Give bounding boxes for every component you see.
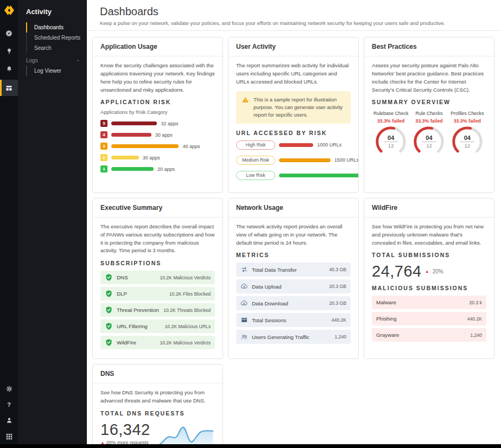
warning-icon [242,96,249,119]
subscription-value: 10.2K Threats Blocked [163,308,211,313]
risk-bar-label: 30 apps [155,132,173,138]
total-submissions-delta: 20% [433,268,443,274]
malicious-name: Phishing [376,316,397,322]
risk-pill: Medium Risk [236,156,275,165]
page-subtitle: Keep a pulse on your network, validate y… [100,20,488,26]
dashboard-cards-grid: Application Usage Know the security chal… [87,31,501,448]
gauge-denominator: 12 [465,142,471,149]
malicious-submission-row: Phishing 440.2K [372,312,486,325]
card-description: The executive report describes the overa… [100,223,215,255]
gauge-label: Rule Checks [410,111,448,116]
apps-grid-icon[interactable] [5,433,13,440]
url-bar [279,174,359,177]
panel-title: Activity [18,7,87,22]
bell-icon[interactable] [0,62,18,76]
subscription-name: URL Filtering [117,323,148,329]
risk-badge: 1 [100,165,107,172]
gauge-denominator: 12 [426,142,432,149]
section-heading: TOTAL SUBMISSIONS [372,252,486,258]
palo-alto-logo-icon[interactable] [2,3,16,17]
help-icon[interactable]: ? [7,401,11,408]
section-heading: METRICS [236,252,351,258]
sidebar-item-search[interactable]: Search [26,43,87,53]
risk-badge: 2 [100,154,107,161]
card-header: Application Usage [93,37,223,56]
users-icon [240,333,248,341]
gauge-failed-pct: 33.3% failed [410,118,448,124]
malicious-value: 440.2K [467,316,482,322]
card-title: User Activity [236,43,351,50]
card-wildfire[interactable]: WildFire See how WildFire is protecting … [364,198,494,359]
transfer-arrows-icon [240,266,248,273]
user-icon[interactable] [5,417,13,424]
card-dns[interactable]: DNS See how DNS Security is protecting y… [92,364,223,448]
malicious-submission-row: Malware 20.3 k [372,296,486,309]
total-submissions-value: 24,764 [372,263,422,280]
shield-check-icon [105,338,113,347]
metric-name: Data Download [252,300,288,306]
risk-badge: 4 [100,131,107,138]
risk-pill: Low Risk [236,171,275,180]
compass-icon[interactable] [0,26,18,40]
risk-bar [111,167,154,171]
risk-badge: 5 [100,120,107,127]
risk-bar [111,121,157,125]
url-risk-row: Medium Risk 1500 URLs [236,156,351,165]
metric-name: Data Upload [252,284,281,290]
subscription-value: 10.2K Malicious URLs [164,324,211,329]
bottom-bar [0,444,501,448]
sidebar-item-log-viewer[interactable]: Log Viewer [26,66,87,76]
card-header: Network Usage [229,199,358,217]
card-header: DNS [93,364,223,383]
subscription-row: DNS 10.2K Malicious Verdicts [100,271,215,284]
gauge-failed-pct: 33.3% failed [372,118,410,124]
metric-value: 440.2K [332,317,346,323]
card-title: Best Practices [372,43,486,50]
metric-value: 20.3 GB [329,300,346,306]
sessions-icon [240,316,248,324]
metric-row: Total Sessions 440.2K [236,313,351,327]
risk-bar-label: 32 apps [161,121,178,126]
url-bar [279,158,331,162]
gauge-label: Rulebase Check [372,111,410,116]
sidebar-item-scheduled-reports[interactable]: Scheduled Reports [26,33,87,43]
card-best-practices[interactable]: Best Practices Assess your security post… [364,37,494,193]
gauge-denominator: 12 [388,142,394,149]
total-dns-requests-value: 16,342 [100,421,152,439]
card-title: Executive Summary [100,204,215,212]
malicious-value: 20.3 k [470,300,482,305]
card-executive-summary[interactable]: Executive Summary The executive report d… [92,198,223,359]
card-description: The network activity report provides an … [236,223,351,247]
malicious-name: Malware [376,299,396,305]
card-user-activity[interactable]: User Activity The report summarizes web … [228,37,359,193]
page-title: Dashboards [100,5,488,18]
gear-icon[interactable] [5,385,13,393]
sidebar-item-dashboards[interactable]: Dashboards [26,22,87,33]
lightbulb-icon[interactable] [0,44,18,58]
chevron-up-icon [75,58,80,63]
url-risk-row: High Risk 1000 URLs [236,140,351,150]
metric-row: Data Upload 20.3 GB [236,279,351,293]
subscription-name: Threat Prevention [117,307,159,313]
icon-rail: ? [0,0,18,448]
sidebar-section-logs[interactable]: Logs [18,53,87,66]
gauge-rulebase-check: Rulebase Check 33.3% failed 04 12 [372,111,410,158]
risk-bar [111,156,139,159]
main-content: Dashboards Keep a pulse on your network,… [87,0,501,448]
dashboards-icon[interactable] [0,80,18,96]
activity-panel: Activity Dashboards Scheduled Reports Se… [18,0,87,448]
app-risk-row: 1 20 apps [100,165,215,172]
malicious-name: Grayware [376,332,399,338]
section-heading: SUMMARY OVERVIEW [372,99,486,105]
malicious-submission-row: Grayware 1,240 [372,328,486,342]
card-description: Know the security challenges associated … [100,62,215,94]
app-risk-row: 4 30 apps [100,131,215,138]
card-network-usage[interactable]: Network Usage The network activity repor… [228,198,359,359]
card-header: Best Practices [364,37,494,56]
metric-name: Users Generating Traffic [252,334,309,340]
metric-value: 20.3 GB [329,284,346,289]
gauge-numerator: 04 [422,135,436,142]
subscription-name: WildFire [117,340,136,345]
card-title: WildFire [372,204,486,212]
card-application-usage[interactable]: Application Usage Know the security chal… [92,37,223,193]
